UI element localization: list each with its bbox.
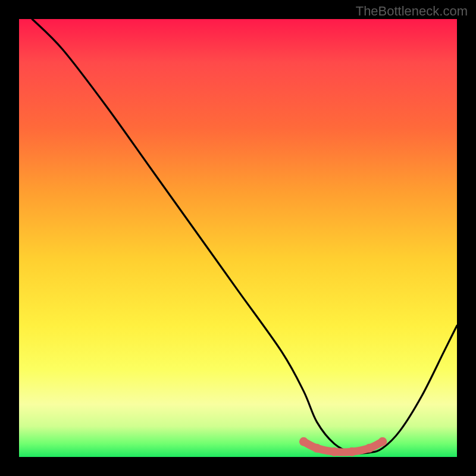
highlight-dot [312,444,321,453]
highlight-dot [365,444,374,453]
watermark-text: TheBottleneck.com [356,4,468,19]
highlight-dot [330,447,339,456]
bottleneck-curve-line [32,19,457,453]
highlight-dot [347,447,356,456]
highlight-dot [378,437,387,446]
chart-svg [19,19,457,457]
chart-gradient-area [19,19,457,457]
highlight-dot [299,437,308,446]
